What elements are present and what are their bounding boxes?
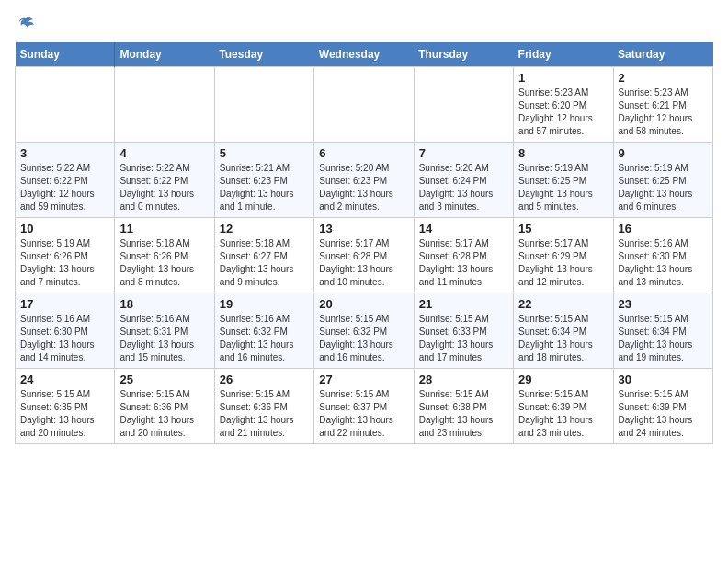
- day-number: 23: [619, 297, 708, 311]
- day-info: Sunrise: 5:18 AM Sunset: 6:26 PM Dayligh…: [119, 237, 209, 289]
- day-number: 16: [619, 222, 708, 236]
- day-info: Sunrise: 5:19 AM Sunset: 6:25 PM Dayligh…: [619, 162, 708, 213]
- day-number: 26: [220, 373, 309, 386]
- calendar-cell: 7Sunrise: 5:20 AM Sunset: 6:24 PM Daylig…: [414, 143, 513, 218]
- day-info: Sunrise: 5:19 AM Sunset: 6:25 PM Dayligh…: [518, 162, 608, 213]
- calendar-week-row: 3Sunrise: 5:22 AM Sunset: 6:22 PM Daylig…: [16, 143, 713, 218]
- calendar-cell: 6Sunrise: 5:20 AM Sunset: 6:23 PM Daylig…: [314, 143, 414, 218]
- calendar-cell: 13Sunrise: 5:17 AM Sunset: 6:28 PM Dayli…: [314, 218, 414, 293]
- calendar-week-row: 10Sunrise: 5:19 AM Sunset: 6:26 PM Dayli…: [16, 218, 713, 293]
- calendar-cell: 18Sunrise: 5:16 AM Sunset: 6:31 PM Dayli…: [115, 293, 214, 369]
- weekday-header-monday: Monday: [115, 42, 214, 67]
- day-info: Sunrise: 5:22 AM Sunset: 6:22 PM Dayligh…: [119, 162, 209, 213]
- day-number: 28: [419, 373, 508, 386]
- day-info: Sunrise: 5:15 AM Sunset: 6:38 PM Dayligh…: [419, 388, 508, 440]
- calendar-cell: 30Sunrise: 5:15 AM Sunset: 6:39 PM Dayli…: [613, 369, 712, 444]
- calendar-cell: 10Sunrise: 5:19 AM Sunset: 6:26 PM Dayli…: [16, 218, 115, 293]
- day-number: 19: [220, 297, 309, 311]
- day-number: 22: [518, 297, 608, 311]
- calendar-cell: 9Sunrise: 5:19 AM Sunset: 6:25 PM Daylig…: [613, 143, 712, 218]
- day-number: 13: [319, 222, 408, 236]
- calendar-cell: 19Sunrise: 5:16 AM Sunset: 6:32 PM Dayli…: [214, 293, 313, 369]
- day-number: 15: [518, 222, 608, 236]
- calendar-cell: 20Sunrise: 5:15 AM Sunset: 6:32 PM Dayli…: [314, 293, 414, 369]
- calendar-cell: 21Sunrise: 5:15 AM Sunset: 6:33 PM Dayli…: [414, 293, 513, 369]
- day-number: 11: [119, 222, 209, 236]
- day-info: Sunrise: 5:21 AM Sunset: 6:23 PM Dayligh…: [220, 162, 309, 213]
- calendar-cell: 5Sunrise: 5:21 AM Sunset: 6:23 PM Daylig…: [214, 143, 313, 218]
- calendar-cell: 25Sunrise: 5:15 AM Sunset: 6:36 PM Dayli…: [115, 369, 214, 444]
- day-number: 4: [119, 146, 209, 160]
- calendar-week-row: 1Sunrise: 5:23 AM Sunset: 6:20 PM Daylig…: [16, 67, 713, 143]
- calendar-cell: 22Sunrise: 5:15 AM Sunset: 6:34 PM Dayli…: [514, 293, 613, 369]
- day-number: 27: [319, 373, 408, 386]
- day-info: Sunrise: 5:20 AM Sunset: 6:24 PM Dayligh…: [419, 162, 508, 213]
- calendar-cell: 14Sunrise: 5:17 AM Sunset: 6:28 PM Dayli…: [414, 218, 513, 293]
- day-info: Sunrise: 5:15 AM Sunset: 6:35 PM Dayligh…: [20, 388, 109, 440]
- calendar-cell: 29Sunrise: 5:15 AM Sunset: 6:39 PM Dayli…: [514, 369, 613, 444]
- day-number: 21: [419, 297, 508, 311]
- calendar-cell: 17Sunrise: 5:16 AM Sunset: 6:30 PM Dayli…: [16, 293, 115, 369]
- day-number: 14: [419, 222, 508, 236]
- day-info: Sunrise: 5:15 AM Sunset: 6:36 PM Dayligh…: [220, 388, 309, 440]
- calendar-week-row: 17Sunrise: 5:16 AM Sunset: 6:30 PM Dayli…: [16, 293, 713, 369]
- weekday-header-wednesday: Wednesday: [314, 42, 414, 67]
- weekday-header-row: SundayMondayTuesdayWednesdayThursdayFrid…: [16, 42, 713, 67]
- calendar-cell: 27Sunrise: 5:15 AM Sunset: 6:37 PM Dayli…: [314, 369, 414, 444]
- logo: [15, 15, 35, 33]
- weekday-header-sunday: Sunday: [16, 42, 115, 67]
- day-number: 17: [20, 297, 109, 311]
- day-info: Sunrise: 5:15 AM Sunset: 6:39 PM Dayligh…: [518, 388, 608, 440]
- day-info: Sunrise: 5:15 AM Sunset: 6:34 PM Dayligh…: [619, 313, 708, 364]
- day-number: 18: [119, 297, 209, 311]
- day-number: 5: [220, 146, 309, 160]
- day-number: 7: [419, 146, 508, 160]
- day-info: Sunrise: 5:19 AM Sunset: 6:26 PM Dayligh…: [20, 237, 109, 289]
- day-info: Sunrise: 5:18 AM Sunset: 6:27 PM Dayligh…: [220, 237, 309, 289]
- day-info: Sunrise: 5:23 AM Sunset: 6:20 PM Dayligh…: [518, 86, 608, 138]
- calendar-week-row: 24Sunrise: 5:15 AM Sunset: 6:35 PM Dayli…: [16, 369, 713, 444]
- day-info: Sunrise: 5:15 AM Sunset: 6:36 PM Dayligh…: [119, 388, 209, 440]
- day-number: 1: [518, 71, 608, 85]
- day-number: 30: [619, 373, 708, 386]
- day-info: Sunrise: 5:17 AM Sunset: 6:29 PM Dayligh…: [518, 237, 608, 289]
- day-info: Sunrise: 5:15 AM Sunset: 6:39 PM Dayligh…: [619, 388, 708, 440]
- calendar-cell: 23Sunrise: 5:15 AM Sunset: 6:34 PM Dayli…: [613, 293, 712, 369]
- day-info: Sunrise: 5:15 AM Sunset: 6:37 PM Dayligh…: [319, 388, 408, 440]
- day-info: Sunrise: 5:17 AM Sunset: 6:28 PM Dayligh…: [419, 237, 508, 289]
- page-header: [15, 15, 713, 33]
- day-number: 25: [119, 373, 209, 386]
- calendar-cell: 26Sunrise: 5:15 AM Sunset: 6:36 PM Dayli…: [214, 369, 313, 444]
- day-info: Sunrise: 5:15 AM Sunset: 6:32 PM Dayligh…: [319, 313, 408, 364]
- logo-bird-icon: [17, 15, 35, 33]
- calendar-cell: 4Sunrise: 5:22 AM Sunset: 6:22 PM Daylig…: [115, 143, 214, 218]
- weekday-header-saturday: Saturday: [613, 42, 712, 67]
- day-number: 2: [619, 71, 708, 85]
- calendar-cell: 3Sunrise: 5:22 AM Sunset: 6:22 PM Daylig…: [16, 143, 115, 218]
- calendar-cell: 11Sunrise: 5:18 AM Sunset: 6:26 PM Dayli…: [115, 218, 214, 293]
- calendar-cell: [314, 67, 414, 143]
- calendar-cell: 28Sunrise: 5:15 AM Sunset: 6:38 PM Dayli…: [414, 369, 513, 444]
- calendar-cell: 12Sunrise: 5:18 AM Sunset: 6:27 PM Dayli…: [214, 218, 313, 293]
- calendar-table: SundayMondayTuesdayWednesdayThursdayFrid…: [15, 42, 713, 444]
- day-number: 8: [518, 146, 608, 160]
- calendar-cell: 2Sunrise: 5:23 AM Sunset: 6:21 PM Daylig…: [613, 67, 712, 143]
- calendar-cell: 15Sunrise: 5:17 AM Sunset: 6:29 PM Dayli…: [514, 218, 613, 293]
- day-number: 3: [20, 146, 109, 160]
- day-info: Sunrise: 5:17 AM Sunset: 6:28 PM Dayligh…: [319, 237, 408, 289]
- day-number: 20: [319, 297, 408, 311]
- calendar-cell: 24Sunrise: 5:15 AM Sunset: 6:35 PM Dayli…: [16, 369, 115, 444]
- day-number: 6: [319, 146, 408, 160]
- day-info: Sunrise: 5:23 AM Sunset: 6:21 PM Dayligh…: [619, 86, 708, 138]
- day-info: Sunrise: 5:16 AM Sunset: 6:30 PM Dayligh…: [20, 313, 109, 364]
- calendar-cell: 8Sunrise: 5:19 AM Sunset: 6:25 PM Daylig…: [514, 143, 613, 218]
- weekday-header-thursday: Thursday: [414, 42, 513, 67]
- weekday-header-friday: Friday: [514, 42, 613, 67]
- day-info: Sunrise: 5:16 AM Sunset: 6:31 PM Dayligh…: [119, 313, 209, 364]
- calendar-cell: 1Sunrise: 5:23 AM Sunset: 6:20 PM Daylig…: [514, 67, 613, 143]
- day-info: Sunrise: 5:20 AM Sunset: 6:23 PM Dayligh…: [319, 162, 408, 213]
- calendar-cell: [115, 67, 214, 143]
- calendar-cell: [414, 67, 513, 143]
- day-info: Sunrise: 5:15 AM Sunset: 6:33 PM Dayligh…: [419, 313, 508, 364]
- day-number: 24: [20, 373, 109, 386]
